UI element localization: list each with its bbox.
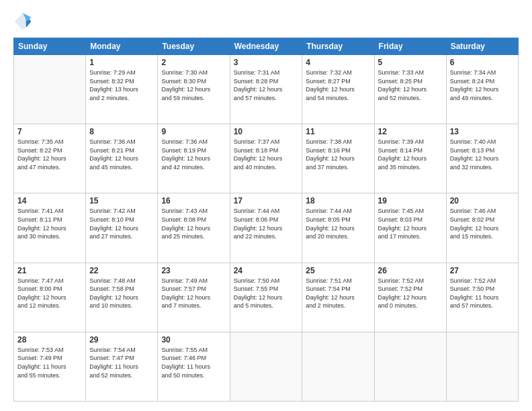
day-number: 10 (234, 127, 299, 136)
weekday-sunday: Sunday (14, 38, 86, 55)
day-cell: 22Sunrise: 7:48 AMSunset: 7:58 PMDayligh… (86, 263, 158, 332)
day-number: 29 (89, 335, 154, 345)
day-cell: 19Sunrise: 7:45 AMSunset: 8:03 PMDayligh… (374, 193, 446, 263)
day-info: Sunrise: 7:44 AMSunset: 8:06 PMDaylight:… (234, 207, 299, 240)
day-cell: 27Sunrise: 7:52 AMSunset: 7:50 PMDayligh… (446, 263, 518, 332)
day-info: Sunrise: 7:29 AMSunset: 8:32 PMDaylight:… (89, 68, 154, 102)
day-cell: 13Sunrise: 7:40 AMSunset: 8:13 PMDayligh… (446, 124, 518, 193)
day-cell: 29Sunrise: 7:54 AMSunset: 7:47 PMDayligh… (86, 332, 158, 401)
day-cell: 8Sunrise: 7:36 AMSunset: 8:21 PMDaylight… (86, 124, 158, 193)
day-cell: 18Sunrise: 7:44 AMSunset: 8:05 PMDayligh… (302, 193, 374, 263)
day-info: Sunrise: 7:33 AMSunset: 8:25 PMDaylight:… (378, 68, 443, 102)
day-number: 5 (378, 58, 443, 67)
day-cell (14, 55, 86, 124)
logo (13, 12, 35, 31)
day-number: 12 (378, 127, 443, 136)
day-cell: 12Sunrise: 7:39 AMSunset: 8:14 PMDayligh… (374, 124, 446, 193)
day-cell: 10Sunrise: 7:37 AMSunset: 8:18 PMDayligh… (230, 124, 302, 193)
week-row-5: 28Sunrise: 7:53 AMSunset: 7:49 PMDayligh… (14, 332, 519, 401)
week-row-4: 21Sunrise: 7:47 AMSunset: 8:00 PMDayligh… (14, 263, 519, 332)
page: SundayMondayTuesdayWednesdayThursdayFrid… (0, 0, 532, 411)
day-cell (230, 332, 302, 401)
day-cell: 1Sunrise: 7:29 AMSunset: 8:32 PMDaylight… (86, 55, 158, 124)
day-cell: 5Sunrise: 7:33 AMSunset: 8:25 PMDaylight… (374, 55, 446, 124)
week-row-1: 1Sunrise: 7:29 AMSunset: 8:32 PMDaylight… (14, 55, 519, 124)
day-cell (446, 332, 518, 401)
day-cell: 15Sunrise: 7:42 AMSunset: 8:10 PMDayligh… (86, 193, 158, 263)
day-info: Sunrise: 7:43 AMSunset: 8:08 PMDaylight:… (161, 207, 226, 240)
day-number: 7 (17, 127, 82, 136)
day-number: 14 (17, 196, 82, 205)
day-info: Sunrise: 7:38 AMSunset: 8:16 PMDaylight:… (306, 138, 370, 171)
day-number: 28 (17, 335, 82, 345)
day-number: 22 (89, 266, 154, 275)
weekday-thursday: Thursday (302, 38, 374, 55)
day-info: Sunrise: 7:36 AMSunset: 8:19 PMDaylight:… (161, 138, 226, 171)
day-info: Sunrise: 7:32 AMSunset: 8:27 PMDaylight:… (306, 68, 370, 102)
weekday-monday: Monday (86, 38, 158, 55)
day-cell: 25Sunrise: 7:51 AMSunset: 7:54 PMDayligh… (302, 263, 374, 332)
day-cell (374, 332, 446, 401)
weekday-saturday: Saturday (446, 38, 518, 55)
day-info: Sunrise: 7:37 AMSunset: 8:18 PMDaylight:… (234, 138, 299, 171)
day-number: 18 (306, 196, 370, 205)
day-info: Sunrise: 7:49 AMSunset: 7:57 PMDaylight:… (161, 277, 226, 310)
day-cell: 11Sunrise: 7:38 AMSunset: 8:16 PMDayligh… (302, 124, 374, 193)
day-info: Sunrise: 7:51 AMSunset: 7:54 PMDaylight:… (306, 277, 370, 310)
day-cell: 16Sunrise: 7:43 AMSunset: 8:08 PMDayligh… (158, 193, 230, 263)
day-info: Sunrise: 7:48 AMSunset: 7:58 PMDaylight:… (89, 277, 154, 310)
day-number: 6 (450, 58, 515, 67)
day-cell: 6Sunrise: 7:34 AMSunset: 8:24 PMDaylight… (446, 55, 518, 124)
day-number: 3 (234, 58, 299, 67)
logo-icon (13, 12, 32, 31)
day-cell: 4Sunrise: 7:32 AMSunset: 8:27 PMDaylight… (302, 55, 374, 124)
weekday-friday: Friday (374, 38, 446, 55)
day-cell: 21Sunrise: 7:47 AMSunset: 8:00 PMDayligh… (14, 263, 86, 332)
day-info: Sunrise: 7:47 AMSunset: 8:00 PMDaylight:… (17, 277, 82, 310)
weekday-header-row: SundayMondayTuesdayWednesdayThursdayFrid… (14, 38, 519, 55)
day-cell: 7Sunrise: 7:35 AMSunset: 8:22 PMDaylight… (14, 124, 86, 193)
week-row-2: 7Sunrise: 7:35 AMSunset: 8:22 PMDaylight… (14, 124, 519, 193)
week-row-3: 14Sunrise: 7:41 AMSunset: 8:11 PMDayligh… (14, 193, 519, 263)
day-info: Sunrise: 7:40 AMSunset: 8:13 PMDaylight:… (450, 138, 515, 171)
day-number: 8 (89, 127, 154, 136)
day-info: Sunrise: 7:34 AMSunset: 8:24 PMDaylight:… (450, 68, 515, 102)
day-cell: 14Sunrise: 7:41 AMSunset: 8:11 PMDayligh… (14, 193, 86, 263)
day-number: 20 (450, 196, 515, 205)
day-number: 11 (306, 127, 370, 136)
day-info: Sunrise: 7:53 AMSunset: 7:49 PMDaylight:… (17, 346, 82, 379)
day-info: Sunrise: 7:41 AMSunset: 8:11 PMDaylight:… (17, 207, 82, 240)
day-cell: 20Sunrise: 7:46 AMSunset: 8:02 PMDayligh… (446, 193, 518, 263)
day-number: 30 (161, 335, 226, 345)
day-cell: 3Sunrise: 7:31 AMSunset: 8:28 PMDaylight… (230, 55, 302, 124)
weekday-tuesday: Tuesday (158, 38, 230, 55)
day-info: Sunrise: 7:36 AMSunset: 8:21 PMDaylight:… (89, 138, 154, 171)
day-info: Sunrise: 7:50 AMSunset: 7:55 PMDaylight:… (234, 277, 299, 310)
day-number: 25 (306, 266, 370, 275)
day-number: 19 (378, 196, 443, 205)
day-number: 2 (161, 58, 226, 67)
day-number: 23 (161, 266, 226, 275)
day-info: Sunrise: 7:31 AMSunset: 8:28 PMDaylight:… (234, 68, 299, 102)
calendar-table: SundayMondayTuesdayWednesdayThursdayFrid… (13, 38, 519, 402)
day-info: Sunrise: 7:30 AMSunset: 8:30 PMDaylight:… (161, 68, 226, 102)
day-cell: 28Sunrise: 7:53 AMSunset: 7:49 PMDayligh… (14, 332, 86, 401)
day-info: Sunrise: 7:39 AMSunset: 8:14 PMDaylight:… (378, 138, 443, 171)
day-info: Sunrise: 7:52 AMSunset: 7:50 PMDaylight:… (450, 277, 515, 310)
day-number: 4 (306, 58, 370, 67)
day-cell: 9Sunrise: 7:36 AMSunset: 8:19 PMDaylight… (158, 124, 230, 193)
day-cell: 2Sunrise: 7:30 AMSunset: 8:30 PMDaylight… (158, 55, 230, 124)
day-cell: 24Sunrise: 7:50 AMSunset: 7:55 PMDayligh… (230, 263, 302, 332)
day-cell: 17Sunrise: 7:44 AMSunset: 8:06 PMDayligh… (230, 193, 302, 263)
day-number: 26 (378, 266, 443, 275)
day-number: 13 (450, 127, 515, 136)
day-info: Sunrise: 7:46 AMSunset: 8:02 PMDaylight:… (450, 207, 515, 240)
day-info: Sunrise: 7:55 AMSunset: 7:46 PMDaylight:… (161, 346, 226, 379)
day-info: Sunrise: 7:44 AMSunset: 8:05 PMDaylight:… (306, 207, 370, 240)
day-info: Sunrise: 7:54 AMSunset: 7:47 PMDaylight:… (89, 346, 154, 379)
day-number: 27 (450, 266, 515, 275)
day-cell: 23Sunrise: 7:49 AMSunset: 7:57 PMDayligh… (158, 263, 230, 332)
day-number: 9 (161, 127, 226, 136)
weekday-wednesday: Wednesday (230, 38, 302, 55)
day-info: Sunrise: 7:42 AMSunset: 8:10 PMDaylight:… (89, 207, 154, 240)
